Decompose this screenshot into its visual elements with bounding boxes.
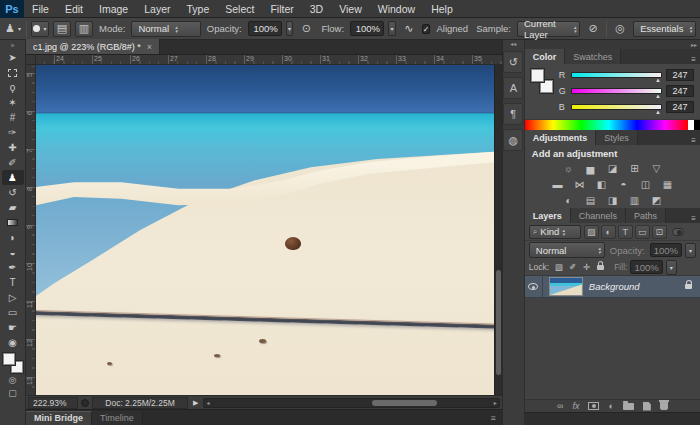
- panel-menu-icon[interactable]: ≡: [687, 214, 700, 223]
- slider-thumb-icon[interactable]: ▲: [655, 109, 661, 115]
- dodge-tool[interactable]: ◒: [2, 245, 24, 260]
- vertical-scrollbar[interactable]: [494, 65, 502, 395]
- zoom-tool[interactable]: ◉: [2, 335, 24, 350]
- filter-type-layers-icon[interactable]: T: [618, 225, 633, 239]
- adj-invert[interactable]: ◐: [558, 193, 578, 207]
- tab-color[interactable]: Color: [525, 49, 566, 64]
- collapse-to-icons-button[interactable]: ▸▸: [525, 40, 700, 49]
- adj-gradient-map[interactable]: ▥: [624, 193, 644, 207]
- filter-toggle-switch[interactable]: [672, 228, 684, 236]
- quick-mask-button[interactable]: ◎: [2, 373, 24, 386]
- channel-value-field[interactable]: 247: [666, 85, 694, 97]
- menu-item[interactable]: Help: [423, 3, 461, 15]
- document-tab[interactable]: c1.jpg @ 223% (RGB/8#) * ×: [26, 39, 160, 54]
- adj-color-balance[interactable]: ⋈: [569, 177, 589, 191]
- menu-item[interactable]: Layer: [136, 3, 178, 15]
- foreground-color-swatch[interactable]: [531, 69, 544, 82]
- channel-slider[interactable]: ▲: [571, 88, 662, 94]
- mode-select[interactable]: Normal ▴▾: [131, 21, 200, 37]
- lock-all-icon[interactable]: [594, 261, 607, 274]
- color-spectrum-ramp[interactable]: [525, 119, 700, 130]
- menu-item[interactable]: File: [24, 3, 57, 15]
- filter-pixel-layers-icon[interactable]: ▨: [584, 225, 599, 239]
- ignore-adjustment-layers-icon[interactable]: ⊘: [584, 21, 602, 37]
- menu-item[interactable]: 3D: [302, 3, 331, 15]
- tablet-pressure-size-icon[interactable]: ◎: [611, 21, 629, 37]
- zoom-level-field[interactable]: 222.93%: [28, 397, 78, 409]
- flow-dropdown[interactable]: ▾: [388, 21, 396, 36]
- move-tool[interactable]: ➤: [2, 50, 24, 65]
- gradient-tool[interactable]: [2, 215, 24, 230]
- crop-tool[interactable]: #: [2, 110, 24, 125]
- toggle-brush-panel-button[interactable]: ▤: [53, 21, 71, 37]
- menu-item[interactable]: Window: [370, 3, 423, 15]
- adj-threshold[interactable]: ◨: [602, 193, 622, 207]
- menu-item[interactable]: Type: [178, 3, 217, 15]
- channel-value-field[interactable]: 247: [666, 101, 694, 113]
- adj-exposure[interactable]: ⊞: [624, 161, 644, 175]
- collapse-panels-button[interactable]: ◂◂: [510, 40, 516, 49]
- sample-select[interactable]: Current Layer ▴▾: [517, 21, 580, 37]
- 3d-panel-icon[interactable]: ◍: [503, 129, 523, 151]
- tab-layers[interactable]: Layers: [525, 208, 571, 223]
- scroll-right-arrow[interactable]: ▸: [494, 399, 497, 408]
- horizontal-scrollbar[interactable]: ◂ ▸: [203, 398, 499, 408]
- lock-transparency-icon[interactable]: ▨: [552, 261, 565, 274]
- airbrush-icon[interactable]: ∿: [400, 21, 418, 37]
- healing-brush-tool[interactable]: ✚: [2, 140, 24, 155]
- ruler-origin-corner[interactable]: [26, 55, 36, 65]
- hand-tool[interactable]: ☛: [2, 320, 24, 335]
- filter-smart-objects-icon[interactable]: ⊡: [652, 225, 667, 239]
- panel-menu-icon[interactable]: ≡: [485, 413, 502, 423]
- eyedropper-tool[interactable]: ✑: [2, 125, 24, 140]
- workspace-select[interactable]: Essentials ▴▾: [633, 21, 696, 37]
- shape-tool[interactable]: ▭: [2, 305, 24, 320]
- adj-hue-saturation[interactable]: ▬: [547, 177, 567, 191]
- screen-mode-button[interactable]: ▢: [2, 386, 24, 399]
- delete-layer-icon[interactable]: [660, 400, 668, 412]
- adj-levels[interactable]: ▅: [580, 161, 600, 175]
- link-layers-icon[interactable]: ∞: [557, 400, 563, 412]
- tablet-pressure-opacity-icon[interactable]: ⊙: [297, 21, 315, 37]
- channel-slider[interactable]: ▲: [571, 104, 662, 110]
- lasso-tool[interactable]: ϙ: [2, 80, 24, 95]
- layer-fill-field[interactable]: 100%: [630, 260, 662, 274]
- opacity-dropdown[interactable]: ▾: [286, 21, 294, 36]
- add-layer-mask-icon[interactable]: [588, 400, 599, 412]
- adj-photo-filter[interactable]: ◓: [613, 177, 633, 191]
- toggle-clone-source-button[interactable]: ▥: [75, 21, 93, 37]
- brush-tool[interactable]: ✐: [2, 155, 24, 170]
- slider-thumb-icon[interactable]: ▲: [655, 93, 661, 99]
- history-brush-tool[interactable]: ↺: [2, 185, 24, 200]
- marquee-tool[interactable]: [2, 65, 24, 80]
- history-panel-icon[interactable]: ↺: [503, 51, 523, 73]
- flow-field[interactable]: 100%: [350, 21, 384, 36]
- layer-thumbnail[interactable]: [549, 277, 583, 296]
- panel-menu-icon[interactable]: ≡: [687, 55, 700, 64]
- adj-color-lookup[interactable]: ▦: [657, 177, 677, 191]
- tab-paths[interactable]: Paths: [626, 208, 666, 223]
- new-layer-icon[interactable]: [643, 400, 651, 412]
- menu-item[interactable]: Edit: [57, 3, 91, 15]
- layer-opacity-field[interactable]: 100%: [650, 243, 682, 257]
- slider-thumb-icon[interactable]: ▲: [655, 77, 661, 83]
- tool-preset-picker[interactable]: ♟ ▾: [4, 21, 22, 37]
- tab-swatches[interactable]: Swatches: [565, 49, 621, 64]
- filter-kind-select[interactable]: ⌕ Kind ▴▾: [529, 225, 581, 239]
- filter-adjustment-layers-icon[interactable]: ◐: [601, 225, 616, 239]
- path-selection-tool[interactable]: ▷: [2, 290, 24, 305]
- filter-shape-layers-icon[interactable]: ▭: [635, 225, 650, 239]
- menu-item[interactable]: Select: [217, 3, 262, 15]
- layer-visibility-cell[interactable]: [525, 276, 543, 298]
- menu-item[interactable]: View: [331, 3, 370, 15]
- document-canvas[interactable]: [36, 65, 502, 395]
- new-group-icon[interactable]: [623, 400, 634, 412]
- status-options-arrow[interactable]: ▶: [191, 399, 200, 407]
- adj-black-white[interactable]: ◧: [591, 177, 611, 191]
- adj-brightness-contrast[interactable]: ☼: [558, 161, 578, 175]
- character-panel-icon[interactable]: A: [503, 77, 523, 99]
- adj-channel-mixer[interactable]: ◫: [635, 177, 655, 191]
- panel-menu-icon[interactable]: ≡: [687, 136, 700, 145]
- layer-row-background[interactable]: Background: [525, 276, 700, 298]
- aligned-checkbox[interactable]: ✓: [422, 24, 431, 34]
